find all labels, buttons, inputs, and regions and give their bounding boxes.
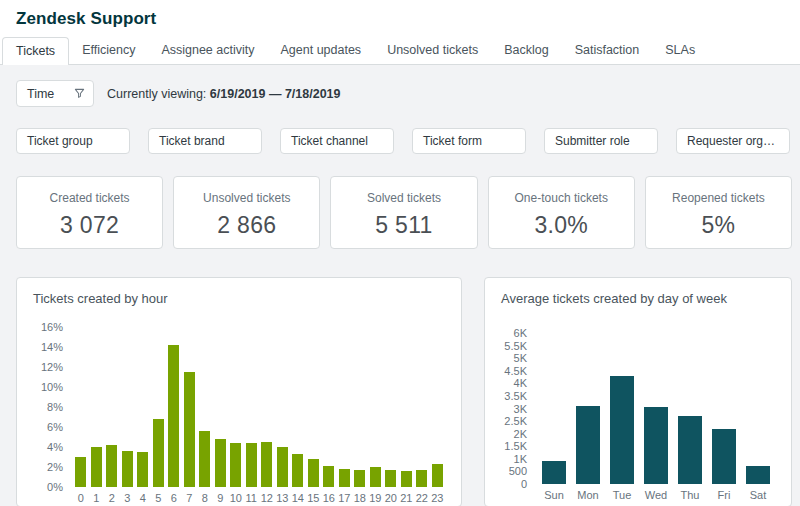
chart-bar-14[interactable] [292,454,303,487]
page-title: Zendesk Support [16,9,784,29]
kpi-card-solved-tickets: Solved tickets5 511 [330,176,477,249]
bar-column [120,327,136,487]
bar-column [430,327,446,487]
y-axis: 16%14%12%10%8%6%4%2%0% [33,327,73,487]
chart-bar-sat[interactable] [746,466,770,484]
bar-column [228,327,244,487]
kpi-value: 5 511 [331,212,476,239]
tab-agent-updates[interactable]: Agent updates [268,37,375,64]
bar-column [275,327,291,487]
chart-bar-23[interactable] [432,464,443,487]
chart-tickets-created-by-hour: Tickets created by hour 16%14%12%10%8%6%… [16,277,462,506]
bar-column [197,327,213,487]
time-filter-label: Time [27,87,54,101]
tab-backlog[interactable]: Backlog [491,37,561,64]
filter-chip-ticket-form[interactable]: Ticket form [412,128,526,154]
chart-bar-15[interactable] [308,459,319,487]
chart-bar-4[interactable] [137,452,148,487]
bar-column [213,327,229,487]
chart-bar-10[interactable] [230,443,241,487]
chart-bar-mon[interactable] [576,406,600,484]
y-axis-tick: 6% [47,421,63,433]
y-axis-tick: 1K [514,453,527,465]
chart-bar-9[interactable] [215,439,226,487]
kpi-value: 2 866 [174,212,319,239]
chart-bar-12[interactable] [261,442,272,487]
tab-assignee-activity[interactable]: Assignee activity [148,37,267,64]
time-filter-dropdown[interactable]: Time [16,80,94,107]
chart-bar-6[interactable] [168,345,179,487]
x-axis-label: 5 [151,492,167,504]
bar-column [244,327,260,487]
chart-bar-16[interactable] [323,466,334,487]
chart-bar-17[interactable] [339,469,350,487]
chart-bar-5[interactable] [153,419,164,487]
kpi-label: Unsolved tickets [174,191,319,205]
bar-column [182,327,198,487]
chart-bar-fri[interactable] [712,429,736,484]
y-axis-tick: 3K [514,403,527,415]
chart-bar-20[interactable] [385,470,396,487]
bar-column [89,327,105,487]
x-axis-label: Thu [673,489,707,501]
chart-bar-22[interactable] [416,470,427,487]
chart-bar-3[interactable] [122,451,133,487]
x-axis-label: 15 [306,492,322,504]
tab-efficiency[interactable]: Efficiency [69,37,148,64]
filter-chip-submitter-role[interactable]: Submitter role [544,128,658,154]
kpi-row: Created tickets3 072Unsolved tickets2 86… [16,176,792,249]
filter-chip-ticket-brand[interactable]: Ticket brand [148,128,262,154]
x-axis-label: 8 [197,492,213,504]
tab-slas[interactable]: SLAs [652,37,708,64]
x-axis-label: 3 [120,492,136,504]
chart-title: Tickets created by hour [33,291,445,307]
y-axis-tick: 16% [41,321,63,333]
chart-bar-19[interactable] [370,467,381,487]
x-axis-label: 17 [337,492,353,504]
bar-column [741,333,775,484]
tab-satisfaction[interactable]: Satisfaction [562,37,653,64]
plot-area [537,333,775,484]
filter-chip-ticket-channel[interactable]: Ticket channel [280,128,394,154]
bar-column [337,327,353,487]
bar-column [383,327,399,487]
x-axis-label: 16 [321,492,337,504]
bar-column [104,327,120,487]
x-axis-label: Sat [741,489,775,501]
y-axis-tick: 1.5K [504,440,527,452]
chart-bar-1[interactable] [91,447,102,487]
y-axis-tick: 500 [509,465,527,477]
page-header: Zendesk Support [0,0,800,29]
chart-bar-18[interactable] [354,470,365,487]
chart-bar-tue[interactable] [610,376,634,484]
x-axis: 01234567891011121314151617181920212223 [73,492,445,504]
bar-column [537,333,571,484]
kpi-card-created-tickets: Created tickets3 072 [16,176,163,249]
kpi-label: Solved tickets [331,191,476,205]
time-filter-row: Time Currently viewing: 6/19/2019 — 7/18… [16,65,792,107]
filter-chip-requester-orga[interactable]: Requester orga… [676,128,790,154]
x-axis-label: Sun [537,489,571,501]
tab-tickets[interactable]: Tickets [2,37,69,65]
chart-bar-7[interactable] [184,372,195,487]
date-range: 6/19/2019 — 7/18/2019 [210,87,341,101]
chart-bar-11[interactable] [246,443,257,487]
kpi-card-one-touch-tickets: One-touch tickets3.0% [488,176,635,249]
chart-bar-2[interactable] [106,445,117,487]
y-axis-tick: 5K [514,352,527,364]
chart-bar-13[interactable] [277,447,288,487]
chart-bar-0[interactable] [75,457,86,487]
chart-bar-8[interactable] [199,431,210,487]
bar-column [571,333,605,484]
chart-bar-21[interactable] [401,471,412,487]
x-axis-label: 0 [73,492,89,504]
chart-bar-sun[interactable] [542,461,566,484]
kpi-card-unsolved-tickets: Unsolved tickets2 866 [173,176,320,249]
tab-unsolved-tickets[interactable]: Unsolved tickets [374,37,491,64]
chart-bar-wed[interactable] [644,407,668,484]
filter-chip-ticket-group[interactable]: Ticket group [16,128,130,154]
x-axis-label: Mon [571,489,605,501]
x-axis-label: 14 [290,492,306,504]
chart-bar-thu[interactable] [678,416,702,484]
x-axis-label: 20 [383,492,399,504]
